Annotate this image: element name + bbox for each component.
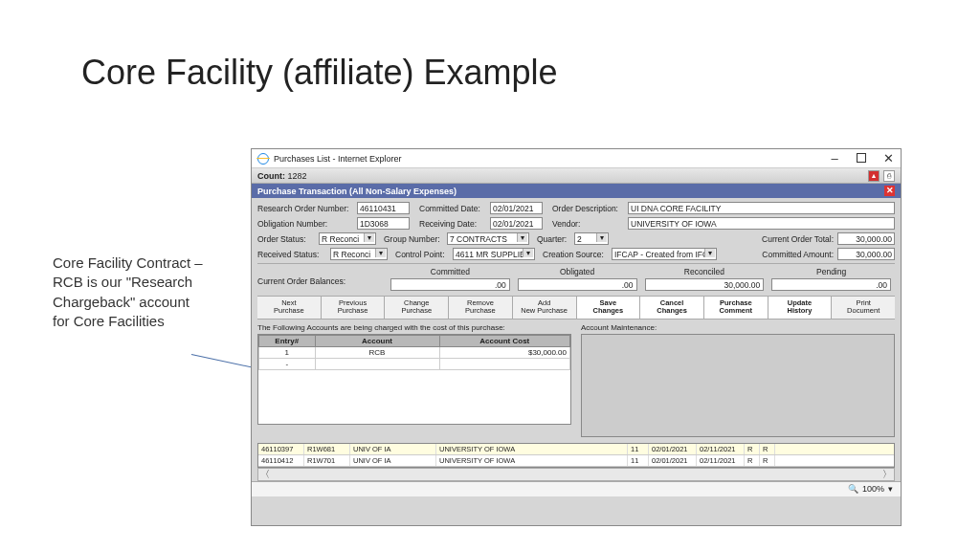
vendor-field[interactable]: UNIVERSITY OF IOWA bbox=[628, 217, 895, 230]
quarter-select[interactable]: 2 bbox=[574, 232, 609, 245]
update-history-button[interactable]: UpdateHistory bbox=[768, 297, 833, 319]
committed-date-field[interactable]: 02/01/2021 bbox=[490, 202, 543, 214]
purchase-comment-button[interactable]: PurchaseComment bbox=[704, 297, 768, 319]
research-order-field[interactable]: 46110431 bbox=[357, 202, 410, 214]
receiving-date-label: Receiving Date: bbox=[419, 219, 486, 229]
purchases-grid[interactable]: 46110397R1W681UNIV OF IAUNIVERSITY OF IO… bbox=[257, 443, 895, 468]
balance-col-committed: Committed.00 bbox=[387, 267, 514, 293]
accounts-row[interactable]: 1RCB$30,000.00 bbox=[259, 346, 570, 358]
control-point-select[interactable]: 4611 MR SUPPLIE! bbox=[453, 248, 535, 260]
next-purchase-button[interactable]: NextPurchase bbox=[257, 297, 322, 319]
ie-window: Purchases List - Internet Explorer – ✕ C… bbox=[251, 148, 902, 526]
count-bar: Count: 1282 ▲ ⎙ bbox=[252, 168, 901, 184]
side-annotation: Core Facility Contract – RCB is our "Res… bbox=[53, 253, 206, 331]
creation-source-label: Creation Source: bbox=[543, 250, 608, 259]
maximize-button[interactable] bbox=[855, 151, 868, 165]
scroll-left-icon[interactable]: 〈 bbox=[260, 468, 270, 481]
accounts-row[interactable]: - bbox=[259, 358, 570, 369]
panel-close-button[interactable]: ✕ bbox=[884, 186, 895, 196]
window-titlebar: Purchases List - Internet Explorer – ✕ bbox=[252, 149, 901, 168]
vendor-label: Vendor: bbox=[552, 219, 624, 229]
horizontal-scrollbar[interactable]: 〈 〉 bbox=[257, 468, 895, 481]
maintenance-caption: Account Maintenance: bbox=[581, 323, 895, 332]
obligation-number-field[interactable]: 1D3068 bbox=[357, 217, 410, 230]
save-changes-button[interactable]: SaveChanges bbox=[577, 297, 641, 319]
add-new-purchase-button[interactable]: AddNew Purchase bbox=[513, 297, 577, 319]
committed-amount-label: Committed Amount: bbox=[762, 250, 834, 259]
received-status-label: Received Status: bbox=[257, 250, 326, 259]
group-number-label: Group Number: bbox=[384, 234, 443, 244]
balances-label: Current Order Balances: bbox=[257, 267, 387, 293]
obligation-number-label: Obligation Number: bbox=[257, 219, 353, 229]
slide-title: Core Facility (affiliate) Example bbox=[81, 53, 558, 93]
scroll-right-icon[interactable]: 〉 bbox=[882, 468, 892, 481]
close-button[interactable]: ✕ bbox=[881, 151, 895, 165]
balances-section: Current Order Balances: Committed.00Obli… bbox=[257, 263, 895, 293]
charge-caption: The Following Accounts are being charged… bbox=[257, 323, 571, 332]
status-bar: 🔍 100% ▾ bbox=[252, 481, 901, 496]
change-purchase-button[interactable]: ChangePurchase bbox=[385, 297, 449, 319]
balance-col-reconciled: Reconciled30,000.00 bbox=[641, 267, 768, 293]
quarter-label: Quarter: bbox=[537, 234, 570, 244]
grid-row[interactable]: 46110412R1W701UNIV OF IAUNIVERSITY OF IO… bbox=[258, 455, 894, 467]
order-description-label: Order Description: bbox=[552, 204, 624, 213]
maintenance-box bbox=[581, 334, 895, 437]
print-icon[interactable]: ⎙ bbox=[883, 170, 895, 182]
print-document-button[interactable]: PrintDocument bbox=[832, 297, 895, 319]
previous-purchase-button[interactable]: PreviousPurchase bbox=[322, 297, 386, 319]
receiving-date-field[interactable]: 02/01/2021 bbox=[490, 217, 543, 230]
count-value: 1282 bbox=[288, 171, 307, 181]
accounts-header: Account bbox=[315, 335, 439, 346]
zoom-icon[interactable]: 🔍 bbox=[848, 484, 858, 494]
button-strip: NextPurchasePreviousPurchaseChangePurcha… bbox=[257, 296, 895, 320]
grid-row[interactable]: 46110397R1W681UNIV OF IAUNIVERSITY OF IO… bbox=[258, 444, 894, 455]
remove-purchase-button[interactable]: RemovePurchase bbox=[449, 297, 513, 319]
research-order-label: Research Order Number: bbox=[257, 204, 353, 213]
creation-source-select[interactable]: IFCAP - Created from IFC/ bbox=[612, 248, 717, 260]
minimize-button[interactable]: – bbox=[828, 151, 841, 165]
order-description-field[interactable]: UI DNA CORE FACILITY bbox=[628, 202, 895, 214]
current-order-total-label: Current Order Total: bbox=[762, 234, 834, 244]
ie-icon bbox=[257, 153, 269, 165]
control-point-label: Control Point: bbox=[395, 250, 449, 259]
balance-col-obligated: Obligated.00 bbox=[514, 267, 641, 293]
accounts-header: Entry# bbox=[259, 335, 316, 346]
order-status-select[interactable]: R Reconci bbox=[319, 232, 376, 245]
accounts-table[interactable]: Entry#AccountAccount Cost 1RCB$30,000.00… bbox=[258, 335, 570, 370]
committed-date-label: Committed Date: bbox=[419, 204, 486, 213]
received-status-select[interactable]: R Reconci bbox=[330, 248, 388, 260]
committed-amount-field[interactable]: 30,000.00 bbox=[837, 248, 895, 260]
count-label: Count: bbox=[257, 171, 285, 181]
zoom-dropdown-icon[interactable]: ▾ bbox=[888, 484, 893, 494]
cancel-changes-button[interactable]: CancelChanges bbox=[640, 297, 704, 319]
current-order-total-field[interactable]: 30,000.00 bbox=[837, 232, 895, 245]
zoom-level: 100% bbox=[862, 484, 884, 494]
form-area: Research Order Number: 46110431 Committe… bbox=[252, 198, 901, 441]
pdf-icon[interactable]: ▲ bbox=[868, 170, 880, 182]
accounts-header: Account Cost bbox=[439, 335, 570, 346]
window-title: Purchases List - Internet Explorer bbox=[274, 154, 402, 164]
group-number-select[interactable]: 7 CONTRACTS bbox=[447, 232, 529, 245]
order-status-label: Order Status: bbox=[257, 234, 315, 244]
panel-header: Purchase Transaction (All Non-Salary Exp… bbox=[252, 184, 901, 198]
accounts-table-container: Entry#AccountAccount Cost 1RCB$30,000.00… bbox=[257, 334, 571, 425]
panel-title: Purchase Transaction (All Non-Salary Exp… bbox=[257, 187, 457, 196]
balance-col-pending: Pending.00 bbox=[768, 267, 895, 293]
